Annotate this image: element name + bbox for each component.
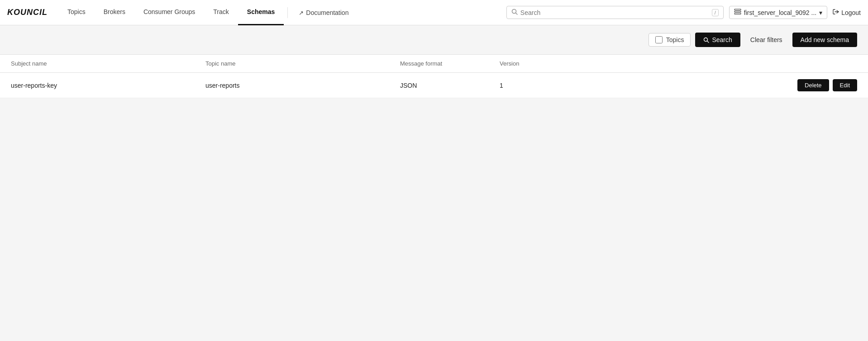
nav-item-topics[interactable]: Topics (58, 0, 95, 25)
logout-label: Logout (841, 9, 861, 16)
nav-documentation[interactable]: Documentation (291, 9, 356, 16)
clear-filters-button[interactable]: Clear filters (745, 33, 788, 47)
edit-button[interactable]: Edit (833, 79, 857, 91)
nav-divider (287, 7, 288, 18)
svg-rect-2 (734, 9, 741, 10)
app-logo: KOUNCIL (7, 8, 48, 17)
col-header-actions (599, 60, 857, 67)
col-header-topic-name: Topic name (205, 60, 400, 67)
cell-topic-name[interactable]: user-reports (205, 82, 400, 89)
row-actions: Delete Edit (599, 79, 857, 91)
logout-icon (833, 9, 839, 16)
toolbar: Topics Search Clear filters Add new sche… (0, 25, 868, 54)
server-icon (734, 9, 741, 16)
svg-line-1 (515, 13, 517, 15)
col-header-version: Version (500, 60, 599, 67)
logout-button[interactable]: Logout (833, 9, 861, 16)
cell-message-format: JSON (400, 82, 500, 89)
table-header: Subject name Topic name Message format V… (0, 55, 868, 73)
nav-items: Topics Brokers Consumer Groups Track Sch… (58, 0, 506, 25)
search-button[interactable]: Search (695, 33, 740, 47)
svg-rect-4 (734, 13, 741, 14)
global-search[interactable]: / (506, 6, 724, 19)
col-header-message-format: Message format (400, 60, 500, 67)
topics-checkbox[interactable] (655, 36, 663, 43)
search-icon (511, 9, 518, 16)
server-label: first_server_local_9092 ... (744, 9, 816, 16)
topics-filter[interactable]: Topics (649, 33, 691, 47)
cell-subject-name[interactable]: user-reports-key (11, 82, 205, 89)
topics-filter-label: Topics (666, 36, 684, 43)
slash-badge: / (712, 9, 719, 16)
global-search-input[interactable] (520, 9, 709, 16)
table-body: user-reports-key user-reports JSON 1 Del… (0, 73, 868, 98)
delete-button[interactable]: Delete (797, 79, 829, 91)
add-new-schema-button[interactable]: Add new schema (792, 33, 857, 47)
schemas-table: Subject name Topic name Message format V… (0, 54, 868, 98)
svg-rect-3 (734, 11, 741, 13)
nav-right: / first_server_local_9092 ... ▾ (506, 6, 861, 19)
col-header-subject-name: Subject name (11, 60, 205, 67)
nav-item-track[interactable]: Track (204, 0, 238, 25)
search-icon (703, 37, 709, 43)
nav-item-consumer-groups[interactable]: Consumer Groups (134, 0, 204, 25)
svg-line-7 (707, 41, 709, 43)
nav-item-schemas[interactable]: Schemas (238, 0, 284, 25)
table-row: user-reports-key user-reports JSON 1 Del… (0, 73, 868, 98)
server-selector[interactable]: first_server_local_9092 ... ▾ (729, 6, 827, 19)
nav-item-brokers[interactable]: Brokers (95, 0, 134, 25)
cell-version: 1 (500, 82, 599, 89)
navbar: KOUNCIL Topics Brokers Consumer Groups T… (0, 0, 868, 25)
chevron-down-icon: ▾ (819, 9, 822, 16)
external-link-icon (299, 9, 304, 16)
